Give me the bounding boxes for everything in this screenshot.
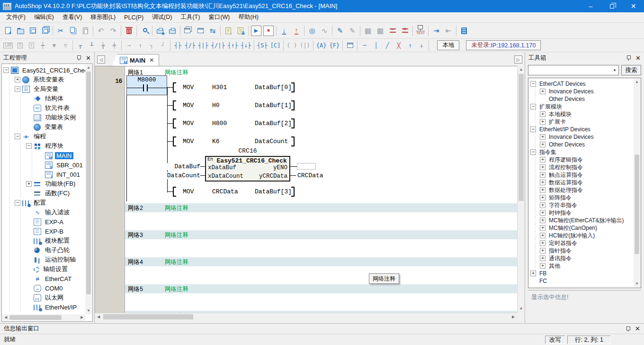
minimize-button[interactable]: – (580, 0, 601, 12)
scroll-up-icon[interactable]: ▲ (85, 64, 92, 71)
network-1-header[interactable]: 网络1 网络注释 (125, 68, 517, 77)
insert-down-button[interactable]: ▼ (48, 40, 60, 51)
toolbox-item-clock[interactable]: 时钟指令 (530, 209, 641, 217)
set-s-small-button[interactable]: s (26, 40, 37, 51)
toolbox-item-ethernetip-devices[interactable]: EtherNet/IP Devices (530, 126, 641, 133)
row-insert-button[interactable] (386, 25, 399, 37)
copy-window-button[interactable] (182, 25, 194, 37)
rung-mov-1[interactable]: MOV H301 DataBuf[0] (167, 82, 517, 93)
save-all-button[interactable] (39, 25, 51, 37)
redo-button[interactable]: ↷ (107, 25, 119, 37)
menu-file[interactable]: 文件(F) (2, 13, 30, 21)
scrollbar-thumb[interactable] (635, 154, 639, 254)
toolbox-item-expansion-modules[interactable]: 扩展模块 (530, 103, 641, 110)
network-comment[interactable]: 网络注释 (165, 69, 188, 77)
menu-plc[interactable]: PLC(P) (120, 14, 148, 21)
fb-eno-output-box[interactable] (297, 163, 316, 170)
line-up-button[interactable]: ↑ (134, 40, 146, 51)
scroll-up-icon[interactable]: ▲ (518, 66, 525, 73)
tab-scroll-left-button[interactable]: ◁ (97, 55, 105, 64)
app-instruction-f-button[interactable]: {F} (328, 40, 341, 51)
toolbox-item-timer[interactable]: 定时器指令 (530, 239, 641, 247)
convert-ladder-button[interactable]: ⇆ (206, 25, 219, 37)
expander-icon[interactable] (540, 210, 546, 216)
toolbox-item-matrix[interactable]: 矩阵指令 (530, 194, 641, 201)
save-button[interactable] (27, 25, 39, 37)
expander-icon[interactable] (26, 181, 32, 187)
expander-icon[interactable] (540, 195, 546, 200)
coil-out-button[interactable]: ( ) (285, 40, 298, 51)
toolbox-item-local-modules[interactable]: 本地模块 (530, 110, 641, 118)
sidebar-item-com0[interactable]: COM0 (3, 283, 92, 293)
usb-test-button[interactable]: TEST (414, 25, 427, 37)
toolbox-item-others[interactable]: 其他 (530, 262, 641, 270)
download-plc-button[interactable]: ↓ (278, 25, 290, 37)
insert-node-button[interactable]: ┿ (37, 40, 48, 51)
expander-icon[interactable] (540, 225, 546, 231)
scroll-up-icon[interactable]: ▲ (634, 79, 640, 85)
contact-pos-button[interactable]: ┤|├ (197, 40, 210, 51)
read-edit-button[interactable]: ✎ (346, 25, 358, 37)
menu-edit[interactable]: 编辑(E) (30, 13, 58, 21)
editor-vscrollbar[interactable]: ▲ ▼ (517, 66, 525, 313)
expander-icon[interactable] (540, 142, 546, 147)
toolbox-item-contact-ops[interactable]: 触点运算指令 (530, 171, 641, 179)
menu-debug[interactable]: 调试(D) (148, 13, 176, 21)
expander-icon[interactable] (530, 271, 536, 276)
scrollbar-thumb[interactable] (103, 314, 193, 319)
memory-card-button[interactable] (458, 25, 470, 37)
network-comment[interactable]: 网络注释 (165, 258, 188, 266)
expander-icon[interactable] (540, 180, 546, 185)
rung-tool-3-button[interactable]: ╆ (97, 40, 108, 51)
network-3-header[interactable]: 网络3 网络注释 (125, 230, 517, 239)
scrollbar-thumb[interactable] (519, 74, 524, 201)
delete-button[interactable] (123, 25, 135, 37)
print-preview-button[interactable] (154, 25, 166, 37)
contact-no-button[interactable]: ┤├ (172, 40, 183, 51)
fb-output-wire-2[interactable]: CRCData (297, 172, 323, 179)
sidebar-item-system-var-table[interactable]: 系统变量表 (3, 75, 92, 84)
toolbox-item-program-logic[interactable]: 程序逻辑指令 (530, 156, 641, 163)
fb-crc16-block[interactable]: En Easy521_CRC16_Check xDataBuf yENO xDa… (205, 156, 290, 182)
sidebar-item-exp-b[interactable]: EXP-B (3, 227, 92, 236)
close-button[interactable]: ✕ (623, 0, 644, 12)
function-block-button[interactable] (344, 40, 356, 51)
row-delete-button[interactable] (399, 25, 411, 37)
network-comment[interactable]: 网络注释 (165, 285, 188, 293)
editor-hscrollbar[interactable]: ◀ ▶ (95, 313, 517, 320)
write-edit-button[interactable]: ✎ (334, 25, 346, 37)
menu-help[interactable]: 帮助(H) (234, 13, 263, 21)
rung-tool-4-button[interactable]: ╪ (108, 40, 120, 51)
sidebar-item-device-table[interactable]: 软元件表 (3, 103, 92, 113)
rung-tool-1-button[interactable]: ┲ (74, 40, 86, 51)
sidebar-item-ethernet[interactable]: 以太网 (3, 293, 92, 302)
sidebar-item-config[interactable]: 配置 (3, 198, 92, 208)
line-slash-button[interactable]: ╱ (382, 40, 393, 51)
tab-main[interactable]: MAIN ✕ (112, 54, 159, 66)
toolbox-item-data-ops[interactable]: 数据运算指令 (530, 179, 641, 186)
line-right-button[interactable]: → (123, 40, 134, 51)
chevron-down-icon[interactable]: ▼ (613, 68, 617, 73)
sidebar-item-function-blocks[interactable]: 功能块(FB) (3, 179, 92, 189)
toolbox-item-other-devices[interactable]: Other Devices (530, 95, 641, 103)
expander-icon[interactable] (530, 81, 536, 87)
stop-button[interactable]: ■ (262, 25, 275, 37)
sidebar-item-motion-axes[interactable]: 运动控制轴 (3, 255, 92, 264)
scroll-right-icon[interactable]: ▶ (79, 314, 85, 321)
set-s-button[interactable]: S (14, 40, 26, 51)
new-project-button[interactable] (2, 25, 14, 37)
paste-button[interactable] (79, 25, 91, 37)
sidebar-item-module-config[interactable]: 模块配置 (3, 236, 92, 245)
line-corner-down-button[interactable]: ┐ (146, 40, 157, 51)
expander-icon[interactable] (540, 218, 546, 223)
toolbox-item-fb[interactable]: FB (530, 270, 641, 277)
sidebar-item-global-vars[interactable]: 全局变量 (3, 84, 92, 94)
coil-c-button[interactable]: [C] (269, 40, 282, 51)
undo-button[interactable]: ↶ (95, 25, 107, 37)
close-panel-icon[interactable]: ✕ (635, 55, 641, 61)
toolbox-item-inovance-devices[interactable]: Inovance Devices (530, 88, 641, 95)
sidebar-item-programming[interactable]: 编程 (3, 132, 92, 141)
fb-input-wire-1[interactable]: DataBuf (166, 163, 200, 170)
sidebar-item-exp-a[interactable]: EXP-A (3, 217, 92, 227)
close-panel-icon[interactable]: ✕ (635, 326, 640, 332)
